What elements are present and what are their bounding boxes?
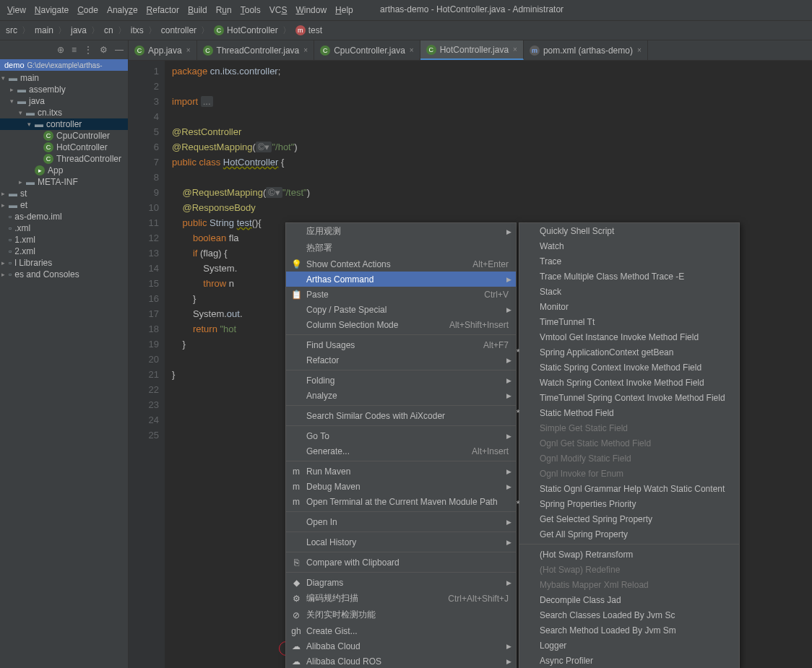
crumb[interactable]: main xyxy=(32,25,56,35)
menu-item[interactable]: 应用观测▶ xyxy=(286,223,516,240)
crumb[interactable]: cn xyxy=(101,25,116,35)
tree-item[interactable]: ▫as-demo.iml xyxy=(0,211,128,222)
editor-tab[interactable]: mpom.xml (arthas-demo)× xyxy=(524,40,648,60)
menu-item[interactable]: 📋PasteCtrl+V xyxy=(286,287,516,302)
expand-icon[interactable]: ≡ xyxy=(72,45,77,55)
menu-vcs[interactable]: VCS xyxy=(265,5,292,15)
target-icon[interactable]: ⊕ xyxy=(57,45,64,55)
close-icon[interactable]: × xyxy=(186,46,191,54)
menu-item[interactable]: Static Spring Context Invoke Method Fiel… xyxy=(519,360,739,375)
menu-refactor[interactable]: Refactor xyxy=(142,5,183,15)
menu-item[interactable]: Local History▶ xyxy=(286,534,516,550)
menu-item[interactable]: Get All Spring Property xyxy=(519,526,739,542)
menu-item[interactable]: Async Profiler xyxy=(519,653,739,668)
menu-item[interactable]: 💡Show Context ActionsAlt+Enter xyxy=(286,256,516,272)
crumb[interactable]: mtest xyxy=(293,25,325,35)
crumb[interactable]: CHotController xyxy=(211,25,281,35)
tree-item[interactable]: ▸▬META-INF xyxy=(0,176,128,188)
menu-window[interactable]: Window xyxy=(291,5,331,15)
menu-item[interactable]: Find UsagesAlt+F7 xyxy=(286,337,516,352)
menu-item[interactable]: ⎘Compare with Clipboard xyxy=(286,555,516,570)
menu-item[interactable]: Copy / Paste Special▶ xyxy=(286,302,516,317)
menu-item[interactable]: Folding▶ xyxy=(286,373,516,388)
tree-item[interactable]: ▫1.xml xyxy=(0,234,128,246)
crumb[interactable]: itxs xyxy=(128,25,147,35)
tree-item[interactable]: CThreadController xyxy=(0,153,128,165)
menu-analyze[interactable]: Analyze xyxy=(103,5,142,15)
menu-item[interactable]: ⚙编码规约扫描Ctrl+Alt+Shift+J xyxy=(286,590,516,607)
editor-tab[interactable]: CApp.java× xyxy=(129,40,197,60)
tree-item[interactable]: ▫.xml xyxy=(0,222,128,234)
editor-tab[interactable]: CThreadController.java× xyxy=(197,40,315,60)
tree-item[interactable]: CHotController xyxy=(0,142,128,153)
tree-item[interactable]: ▸▫es and Consoles xyxy=(0,269,128,280)
tree-item[interactable]: ▾▬controller xyxy=(0,118,128,130)
menu-item[interactable]: Analyze▶ xyxy=(286,388,516,403)
menu-item[interactable]: Generate...Alt+Insert xyxy=(286,443,516,459)
menu-item[interactable]: Stack xyxy=(519,284,739,299)
menu-help[interactable]: Help xyxy=(331,5,358,15)
menu-item[interactable]: Decompile Class Jad xyxy=(519,592,739,607)
menu-item[interactable]: mOpen Terminal at the Current Maven Modu… xyxy=(286,494,516,509)
settings-icon[interactable]: ⚙ xyxy=(100,45,108,55)
menu-item[interactable]: Static Ognl Grammar Help Watch Static Co… xyxy=(519,481,739,496)
close-icon[interactable]: × xyxy=(410,46,414,54)
menu-build[interactable]: Build xyxy=(183,5,212,15)
tree-item[interactable]: ▸▬st xyxy=(0,188,128,199)
menu-tools[interactable]: Tools xyxy=(236,5,265,15)
menu-item[interactable]: *Spring Properties Priority xyxy=(519,496,739,511)
tree-item[interactable]: ▸▬assembly xyxy=(0,84,128,95)
menu-item[interactable]: Search Classes Loaded By Jvm Sc xyxy=(519,607,739,623)
crumb[interactable]: controller xyxy=(158,25,199,35)
menu-item[interactable]: Search Similar Codes with AiXcoder xyxy=(286,408,516,423)
crumb[interactable]: java xyxy=(68,25,90,35)
menu-navigate[interactable]: Navigate xyxy=(30,5,73,15)
tree-item[interactable]: CCpuController xyxy=(0,130,128,142)
menu-item[interactable]: TimeTunnel Spring Context Invoke Method … xyxy=(519,390,739,405)
collapse-icon[interactable]: ⋮ xyxy=(84,45,92,55)
crumb[interactable]: src xyxy=(3,25,20,35)
menu-item[interactable]: *Static Method Field xyxy=(519,405,739,420)
editor-tab[interactable]: CCpuController.java× xyxy=(314,40,420,60)
menu-run[interactable]: Run xyxy=(212,5,236,15)
menu-item[interactable]: Trace Multiple Class Method Trace -E xyxy=(519,269,739,284)
menu-item[interactable]: Open In▶ xyxy=(286,514,516,529)
menu-item[interactable]: Logger xyxy=(519,638,739,653)
menu-item[interactable]: Get Selected Spring Property xyxy=(519,511,739,526)
menu-item[interactable]: 热部署 xyxy=(286,240,516,256)
menu-item[interactable]: ◆Diagrams▶ xyxy=(286,575,516,590)
menu-item[interactable]: Vmtool Get Instance Invoke Method Field xyxy=(519,329,739,344)
project-root[interactable]: demo G:\dev\example\arthas- xyxy=(0,59,128,71)
menu-item[interactable]: ghCreate Gist... xyxy=(286,623,516,638)
menu-item[interactable]: ☁Alibaba Cloud▶ xyxy=(286,638,516,654)
menu-item[interactable]: ☁Alibaba Cloud ROS▶ xyxy=(286,654,516,668)
menu-item[interactable]: (Hot Swap) Retransform xyxy=(519,547,739,562)
tree-item[interactable]: ▸▫l Libraries xyxy=(0,257,128,269)
menu-item[interactable]: Monitor xyxy=(519,299,739,314)
menu-item[interactable]: *Spring ApplicationContext getBean xyxy=(519,344,739,360)
menu-item[interactable]: Search Method Loaded By Jvm Sm xyxy=(519,623,739,638)
tree-item[interactable]: ▾▬java xyxy=(0,95,128,107)
menu-item[interactable]: Column Selection ModeAlt+Shift+Insert xyxy=(286,317,516,332)
menu-item[interactable]: Trace xyxy=(519,253,739,269)
menu-item[interactable]: Go To▶ xyxy=(286,428,516,443)
menu-item[interactable]: mRun Maven▶ xyxy=(286,464,516,479)
hide-icon[interactable]: — xyxy=(115,45,124,55)
menu-item[interactable]: Quickly Shell Script xyxy=(519,223,739,238)
menu-item[interactable]: TimeTunnel Tt xyxy=(519,314,739,329)
tree-item[interactable]: ▫2.xml xyxy=(0,246,128,257)
menu-view[interactable]: View xyxy=(3,5,30,15)
tree-item[interactable]: ▸▬et xyxy=(0,199,128,211)
menu-item[interactable]: Refactor▶ xyxy=(286,352,516,368)
menu-item[interactable]: Watch Spring Context Invoke Method Field xyxy=(519,375,739,390)
tree-item[interactable]: ▾▬main xyxy=(0,72,128,84)
close-icon[interactable]: × xyxy=(637,46,642,54)
menu-item[interactable]: ⊘关闭实时检测功能 xyxy=(286,607,516,623)
menu-code[interactable]: Code xyxy=(73,5,103,15)
menu-item[interactable]: mDebug Maven▶ xyxy=(286,479,516,494)
menu-item[interactable]: Watch xyxy=(519,238,739,253)
menu-item[interactable]: Arthas Command▶ xyxy=(286,272,516,287)
close-icon[interactable]: × xyxy=(513,45,517,53)
editor-tab[interactable]: CHotController.java× xyxy=(420,40,524,60)
tree-item[interactable]: ▾▬cn.itxs xyxy=(0,107,128,118)
